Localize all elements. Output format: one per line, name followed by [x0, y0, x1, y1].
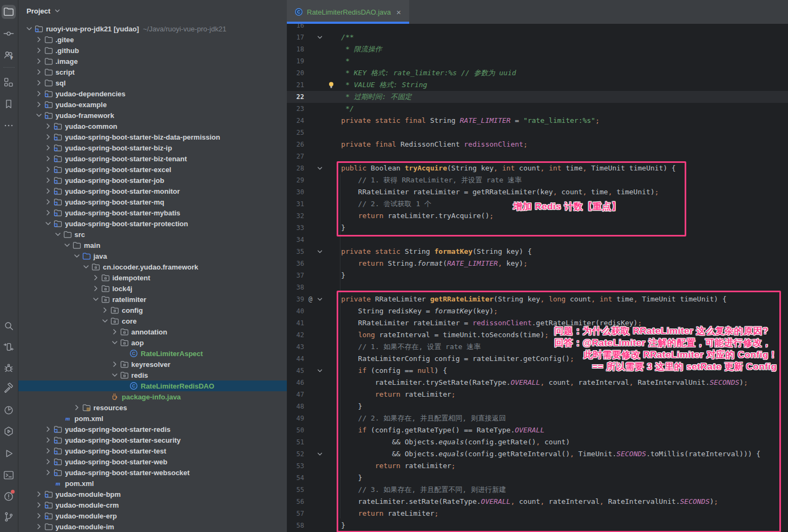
run-icon[interactable]: [2, 446, 16, 461]
tree-item-yudao-spring-boot-starter-security[interactable]: yudao-spring-boot-starter-security: [18, 435, 287, 445]
tree-item-.github[interactable]: .github: [18, 45, 287, 56]
tree-item-yudao-spring-boot-starter-web[interactable]: yudao-spring-boot-starter-web: [18, 456, 287, 467]
chevron-right-icon[interactable]: [35, 511, 43, 520]
chevron-right-icon[interactable]: [91, 273, 100, 282]
tree-item-yudao-example[interactable]: yudao-example: [18, 99, 287, 110]
chevron-right-icon[interactable]: [44, 446, 52, 455]
tree-item-ratelimiter[interactable]: ratelimiter: [18, 294, 287, 305]
chevron-right-icon[interactable]: [35, 501, 43, 509]
more-icon[interactable]: [2, 119, 16, 133]
chevron-right-icon[interactable]: [44, 187, 52, 195]
code-line-37[interactable]: 37 }: [287, 270, 788, 281]
code-line-28[interactable]: 28 public Boolean tryAcquire(String key,…: [287, 162, 788, 174]
tree-item-.gitee[interactable]: .gitee: [18, 34, 287, 45]
fold-chevron-icon[interactable]: [316, 247, 324, 256]
chevron-right-icon[interactable]: [91, 284, 100, 293]
tree-item-resources[interactable]: resources: [18, 402, 287, 413]
chevron-right-icon[interactable]: [73, 403, 81, 412]
tree-item-yudao-spring-boot-starter-test[interactable]: yudao-spring-boot-starter-test: [18, 445, 287, 456]
tree-item-java[interactable]: java: [18, 251, 287, 261]
bookmarks-icon[interactable]: [2, 97, 16, 111]
code-line-26[interactable]: 26 private final RedissonClient redisson…: [287, 139, 788, 150]
fold-chevron-icon[interactable]: [316, 164, 324, 173]
chevron-down-icon[interactable]: [54, 230, 62, 239]
tree-item-lock4j[interactable]: lock4j: [18, 283, 287, 294]
chevron-right-icon[interactable]: [35, 35, 43, 44]
chevron-down-icon[interactable]: [110, 371, 119, 379]
code-line-46[interactable]: 46 rateLimiter.trySetRate(RateType.OVERA…: [287, 377, 788, 389]
tree-item-ruoyi-vue-pro-jdk21-yudao-[interactable]: ruoyi-vue-pro-jdk21 [yudao]~/Java/ruoyi-…: [18, 23, 287, 34]
code-line-22[interactable]: 22 * 过期时间: 不固定: [287, 91, 788, 103]
chevron-right-icon[interactable]: [110, 360, 119, 369]
chevron-down-icon[interactable]: [91, 295, 100, 304]
services-icon[interactable]: [2, 424, 16, 438]
chevron-right-icon[interactable]: [44, 457, 52, 466]
notifications-icon[interactable]: [2, 489, 16, 503]
fold-chevron-icon[interactable]: [316, 33, 324, 42]
tree-item-sql[interactable]: sql: [18, 77, 287, 88]
tree-item-script[interactable]: script: [18, 67, 287, 77]
code-line-18[interactable]: 18 * 限流操作: [287, 43, 788, 55]
code-line-27[interactable]: 27: [287, 150, 788, 162]
tree-item-yudao-spring-boot-starter-job[interactable]: yudao-spring-boot-starter-job: [18, 175, 287, 186]
chevron-right-icon[interactable]: [35, 46, 43, 55]
tree-item-yudao-framework[interactable]: yudao-framework: [18, 110, 287, 121]
tree-item-pom.xml[interactable]: mpom.xml: [18, 478, 287, 489]
tree-item-yudao-spring-boot-starter-protection[interactable]: yudao-spring-boot-starter-protection: [18, 218, 287, 229]
tree-item-core[interactable]: core: [18, 316, 287, 326]
chevron-right-icon[interactable]: [44, 176, 52, 185]
tab-ratelimiterredisdao[interactable]: C RateLimiterRedisDAO.java ×: [287, 0, 409, 24]
tree-item-yudao-spring-boot-starter-websocket[interactable]: yudao-spring-boot-starter-websocket: [18, 467, 287, 478]
chevron-right-icon[interactable]: [44, 165, 52, 174]
chevron-right-icon[interactable]: [44, 198, 52, 206]
code-line-23[interactable]: 23 */: [287, 103, 788, 115]
build-icon[interactable]: [2, 380, 16, 395]
code-editor[interactable]: 1617 /**18 * 限流操作19 *20 * KEY 格式: rate_l…: [287, 24, 788, 532]
code-line-53[interactable]: 53 return rateLimiter;: [287, 460, 788, 472]
structure-icon[interactable]: [2, 75, 16, 89]
chevron-right-icon[interactable]: [110, 327, 119, 336]
tree-item-yudao-spring-boot-starter-mybatis[interactable]: yudao-spring-boot-starter-mybatis: [18, 207, 287, 218]
tree-item-yudao-spring-boot-starter-biz-ip[interactable]: yudao-spring-boot-starter-biz-ip: [18, 142, 287, 153]
chevron-right-icon[interactable]: [44, 154, 52, 163]
chevron-right-icon[interactable]: [44, 208, 52, 217]
code-line-33[interactable]: 33 }: [287, 222, 788, 234]
fold-chevron-icon[interactable]: [316, 295, 324, 304]
tree-item-aop[interactable]: aop: [18, 337, 287, 348]
chevron-down-icon[interactable]: [44, 219, 52, 228]
chevron-right-icon[interactable]: [35, 89, 43, 98]
chevron-down-icon[interactable]: [101, 317, 109, 325]
chevron-down-icon[interactable]: [73, 252, 81, 260]
tree-item-main[interactable]: main: [18, 240, 287, 251]
close-icon[interactable]: ×: [396, 8, 401, 16]
fold-chevron-icon[interactable]: [316, 366, 324, 375]
chevron-right-icon[interactable]: [35, 100, 43, 109]
chevron-down-icon[interactable]: [82, 262, 90, 271]
tree-item-yudao-dependencies[interactable]: yudao-dependencies: [18, 88, 287, 99]
code-line-57[interactable]: 57 return rateLimiter;: [287, 508, 788, 520]
tree-item-ratelimiteraspect[interactable]: CRateLimiterAspect: [18, 348, 287, 359]
code-line-34[interactable]: 34: [287, 234, 788, 246]
chevron-right-icon[interactable]: [35, 68, 43, 76]
code-line-17[interactable]: 17 /**: [287, 31, 788, 43]
code-line-40[interactable]: 40 String redisKey = formatKey(key);: [287, 305, 788, 317]
tree-item-yudao-module-im[interactable]: yudao-module-im: [18, 521, 287, 532]
code-line-16[interactable]: 16: [287, 24, 788, 31]
commit-icon[interactable]: [2, 27, 16, 41]
code-line-38[interactable]: 38: [287, 281, 788, 293]
code-line-55[interactable]: 55 // 3. 如果存在, 并且配置不同, 则进行新建: [287, 484, 788, 496]
code-line-47[interactable]: 47 return rateLimiter;: [287, 389, 788, 400]
chevron-right-icon[interactable]: [35, 490, 43, 498]
chevron-right-icon[interactable]: [44, 468, 52, 477]
tree-item-redis[interactable]: redis: [18, 370, 287, 380]
tree-item-ratelimiterredisdao[interactable]: CRateLimiterRedisDAO: [18, 380, 287, 391]
tree-item-yudao-module-crm[interactable]: yudao-module-crm: [18, 500, 287, 510]
code-line-48[interactable]: 48 }: [287, 400, 788, 412]
code-line-56[interactable]: 56 rateLimiter.setRate(RateType.OVERALL,…: [287, 496, 788, 508]
code-line-52[interactable]: 52 && Objects.equals(config.getRateInter…: [287, 448, 788, 460]
code-line-58[interactable]: 58 }: [287, 520, 788, 531]
code-line-24[interactable]: 24 private static final String RATE_LIMI…: [287, 115, 788, 127]
tree-item-yudao-spring-boot-starter-excel[interactable]: yudao-spring-boot-starter-excel: [18, 164, 287, 175]
code-line-30[interactable]: 30 RRateLimiter rateLimiter = getRRateLi…: [287, 186, 788, 198]
version-control-icon[interactable]: [2, 510, 16, 524]
